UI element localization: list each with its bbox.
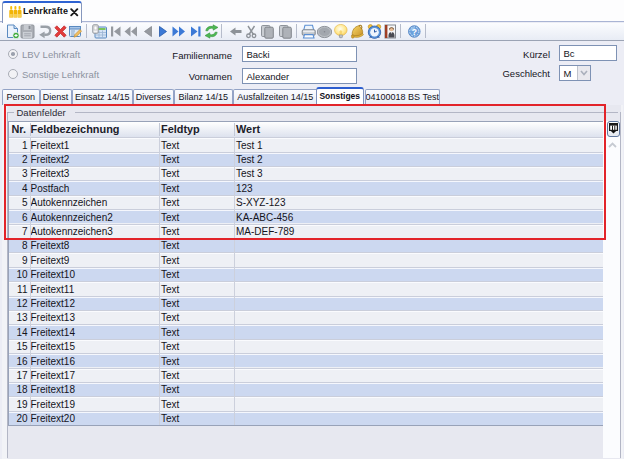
svg-text:?: ? bbox=[412, 26, 417, 36]
